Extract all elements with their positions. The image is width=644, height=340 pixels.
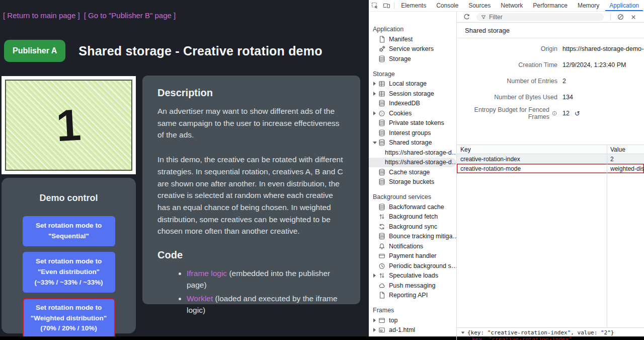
metadata-row-entropy-budget-for-fenced-frames: Entropy Budget for Fenced Frames12↺: [457, 105, 644, 121]
devtools-tabs: ElementsConsoleSourcesNetworkPerformance…: [396, 0, 644, 11]
filter-input[interactable]: Filter: [476, 13, 604, 21]
worklet-link[interactable]: Worklet: [187, 294, 213, 303]
sidebar-item-label: Storage buckets: [389, 178, 434, 185]
close-icon[interactable]: [627, 14, 640, 21]
sidebar-item-label: Speculative loads: [389, 272, 438, 279]
column-header-key[interactable]: Key: [457, 145, 607, 154]
sidebar-item-top[interactable]: top: [369, 315, 456, 325]
sidebar-item-label: Service workers: [389, 45, 434, 52]
reset-budget-icon[interactable]: ↺: [575, 110, 580, 117]
publisher-badge: Publisher A: [4, 40, 65, 62]
tab-elements[interactable]: Elements: [396, 0, 431, 11]
value-preview-pane: {key: "creative-rotation-index", value: …: [457, 327, 644, 340]
sidebar-item-private-state-tokens[interactable]: Private state tokens: [369, 118, 456, 128]
chevron-right-icon[interactable]: [373, 328, 376, 332]
tab-performance[interactable]: Performance: [528, 0, 573, 11]
bell-icon: [378, 242, 386, 250]
updown-icon: [378, 213, 386, 221]
sidebar-section-application: Application: [369, 24, 456, 34]
cell-value[interactable]: 2: [607, 154, 644, 164]
shared-storage-panel: Shared storage Originhttps://shared-stor…: [457, 23, 644, 340]
rotation-mode-button-1[interactable]: Set rotation mode to "Sequential": [23, 216, 115, 246]
page-header: Publisher A Shared storage - Creative ro…: [4, 40, 323, 62]
sidebar-item-local-storage[interactable]: Local storage: [369, 79, 456, 89]
sidebar-item-reporting-api[interactable]: Reporting API: [369, 291, 456, 301]
sidebar-item-storage-buckets[interactable]: Storage buckets: [369, 177, 456, 187]
chevron-right-icon[interactable]: [373, 82, 376, 86]
description-paragraph: In this demo, the creative can be rotate…: [157, 154, 345, 237]
sidebar-item-storage[interactable]: Storage: [369, 54, 456, 64]
sidebar-item-background-sync[interactable]: Background sync: [369, 222, 456, 232]
sidebar-item-shared-storage[interactable]: Shared storage: [369, 138, 456, 148]
sidebar-item-push-messaging[interactable]: Push messaging: [369, 281, 456, 291]
device-toolbar-icon[interactable]: [381, 0, 393, 11]
sidebar-item-cookies[interactable]: Cookies: [369, 108, 456, 118]
filter-placeholder: Filter: [489, 14, 503, 21]
sidebar-item-label: Reporting API: [389, 292, 428, 299]
chevron-down-icon[interactable]: [373, 142, 377, 144]
info-icon[interactable]: [549, 110, 557, 116]
sidebar-item-label: Payment handler: [389, 252, 437, 259]
tab-network[interactable]: Network: [496, 0, 528, 11]
toolbar-divider: [610, 14, 611, 21]
creative-number: 1: [55, 102, 82, 148]
tab-sources[interactable]: Sources: [463, 0, 496, 11]
column-divider: [607, 145, 607, 327]
sidebar-item-ad-1-html[interactable]: ad-1.html: [369, 325, 456, 335]
cell-key[interactable]: creative-rotation-mode: [457, 164, 607, 173]
sidebar-item-periodic-background-s[interactable]: Periodic background s…: [369, 261, 456, 271]
chevron-right-icon[interactable]: [373, 111, 376, 115]
sidebar-item-interest-groups[interactable]: Interest groups: [369, 128, 456, 138]
sidebar-section-frames: Frames: [369, 305, 456, 315]
preview-properties: key: "creative-rotation-index"value: "2": [460, 336, 641, 340]
demo-control-panel: Demo control Set rotation mode to "Seque…: [2, 178, 136, 333]
database-icon: [378, 139, 386, 147]
publisher-b-link[interactable]: [ Go to "Publisher B" page ]: [84, 11, 176, 20]
updown-icon: [378, 271, 386, 280]
metadata-label: Creation Time: [457, 61, 557, 69]
preview-summary[interactable]: {key: "creative-rotation-index", value: …: [460, 329, 641, 336]
shared-storage-metadata: Originhttps://shared-storage-demo-coCrea…: [457, 38, 644, 121]
rotation-mode-button-3[interactable]: Set rotation mode to "Weighted distribut…: [23, 298, 115, 336]
table-row-creative-rotation-index[interactable]: creative-rotation-index2: [457, 154, 644, 164]
sidebar-section-storage: Storage: [369, 69, 456, 79]
tab-application[interactable]: Application: [604, 0, 644, 11]
sidebar-item-payment-handler[interactable]: Payment handler: [369, 251, 456, 261]
chevron-right-icon[interactable]: [373, 274, 376, 278]
rotation-mode-button-2[interactable]: Set rotation mode to "Even distribution"…: [23, 252, 115, 293]
chevron-right-icon[interactable]: [373, 318, 376, 322]
table-row-creative-rotation-mode[interactable]: creative-rotation-modeweighted-dist: [457, 164, 644, 173]
sidebar-item-indexeddb[interactable]: IndexedDB: [369, 99, 456, 109]
cell-key[interactable]: creative-rotation-index: [457, 154, 607, 164]
sidebar-item-https-shared-storage-d[interactable]: https://shared-storage-d…: [369, 158, 456, 168]
sidebar-item-speculative-loads[interactable]: Speculative loads: [369, 271, 456, 281]
inspect-icon[interactable]: [369, 0, 381, 11]
database-icon: [378, 232, 386, 240]
sidebar-item-back-forward-cache[interactable]: Back/forward cache: [369, 202, 456, 212]
preview-property: key: "creative-rotation-index": [460, 336, 641, 340]
sidebar-item-notifications[interactable]: Notifications: [369, 241, 456, 251]
metadata-value: 12↺: [562, 110, 580, 117]
sidebar-item-service-workers[interactable]: Service workers: [369, 44, 456, 54]
cell-value[interactable]: weighted-dist: [607, 164, 644, 173]
tab-memory[interactable]: Memory: [573, 0, 604, 11]
code-list-item: Worklet (loaded and executed by the ifra…: [187, 293, 345, 316]
metadata-label: Origin: [457, 45, 557, 52]
sidebar-item-bounce-tracking-mitiga[interactable]: Bounce tracking mitiga…: [369, 232, 456, 242]
sidebar-item-manifest[interactable]: Manifest: [369, 34, 456, 44]
ad-creative: 1: [5, 80, 132, 171]
sidebar-item-cache-storage[interactable]: Cache storage: [369, 167, 456, 177]
table-rows: creative-rotation-index2creative-rotatio…: [457, 154, 644, 173]
clear-icon[interactable]: [614, 13, 627, 21]
refresh-icon[interactable]: [460, 13, 473, 21]
description-heading: Description: [157, 87, 345, 99]
sidebar-item-session-storage[interactable]: Session storage: [369, 89, 456, 99]
sidebar-item-https-shared-storage-d[interactable]: https://shared-storage-d…: [369, 148, 456, 158]
tab-console[interactable]: Console: [431, 0, 463, 11]
sidebar-item-background-fetch[interactable]: Background fetch: [369, 212, 456, 222]
return-main-link[interactable]: [ Return to main page ]: [3, 11, 80, 20]
column-header-value[interactable]: Value: [607, 145, 644, 154]
chevron-right-icon[interactable]: [373, 92, 376, 96]
iframe-logic-link[interactable]: Iframe logic: [187, 269, 227, 278]
expand-triangle-icon[interactable]: [461, 331, 465, 333]
